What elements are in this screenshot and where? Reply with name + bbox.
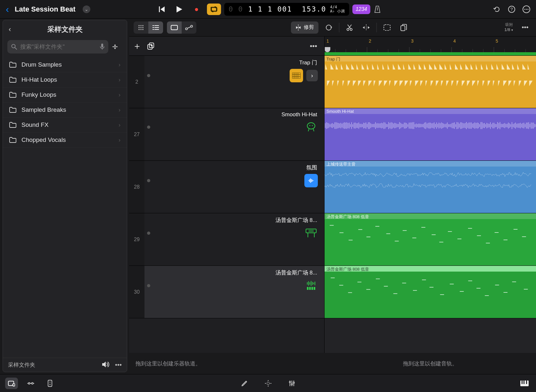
add-track-button[interactable]: ＋ [133, 40, 142, 52]
audio-icon [304, 174, 318, 187]
svg-rect-199 [362, 124, 363, 127]
count-in-button[interactable]: 1234 [352, 4, 370, 14]
snap-display[interactable]: 吸附 1/8 ▾ [504, 22, 513, 32]
play-button[interactable] [172, 4, 186, 15]
dropzone-audio[interactable]: 拖到这里以创建音轨。 [325, 360, 536, 367]
svg-rect-342 [533, 123, 534, 129]
mic-icon[interactable] [100, 44, 104, 50]
grid-view-button[interactable] [134, 21, 148, 34]
browser-folder-item[interactable]: Chopped Vocals› [3, 133, 127, 148]
project-dropdown-icon[interactable]: ⌄ [83, 5, 90, 13]
back-button[interactable]: ‹ [6, 4, 9, 15]
region[interactable]: 汤普金斯广场 808 低音 [325, 213, 536, 266]
region[interactable]: Smooth Hi-Hat [325, 108, 536, 161]
search-input[interactable] [20, 44, 97, 50]
track-enable-dot[interactable] [147, 179, 150, 182]
svg-rect-294 [476, 123, 476, 128]
collapse-columns-icon[interactable] [111, 43, 122, 50]
svg-rect-326 [514, 123, 515, 128]
ruler[interactable]: 12345678 [325, 37, 536, 56]
browser-toggle-button[interactable] [5, 378, 18, 389]
svg-marker-106 [419, 64, 422, 69]
preview-volume-icon[interactable] [102, 361, 109, 369]
svg-rect-192 [354, 123, 354, 128]
svg-marker-17 [102, 362, 106, 367]
track-enable-dot[interactable] [147, 74, 150, 77]
svg-point-21 [138, 27, 139, 28]
list-view-button[interactable] [148, 21, 163, 34]
track-header[interactable]: 27Smooth Hi-Hat [129, 108, 324, 161]
region[interactable]: 上城传送带主音 [325, 161, 536, 213]
track-expand-button[interactable]: › [306, 70, 318, 81]
svg-rect-285 [465, 123, 466, 128]
move-tool-button[interactable] [360, 21, 373, 34]
record-button[interactable]: ● [189, 4, 203, 15]
track-header[interactable]: 2Trap 门› [129, 56, 324, 108]
mixer-toggle-button[interactable] [24, 378, 37, 389]
track-header[interactable]: 29汤普金斯广场 8... [129, 213, 324, 266]
cycle-button[interactable] [207, 4, 221, 15]
more-button[interactable] [523, 5, 530, 13]
metronome-button[interactable] [374, 5, 381, 13]
region[interactable]: Trap 门 [325, 56, 536, 108]
automation-view-button[interactable] [182, 21, 196, 34]
undo-button[interactable] [493, 5, 501, 13]
svg-point-10 [527, 9, 528, 10]
track-enable-dot[interactable] [147, 284, 150, 287]
region[interactable]: 汤普金斯广场 808 低音 [325, 266, 536, 318]
track-enable-dot[interactable] [147, 126, 150, 129]
track-header[interactable]: 30汤普金斯广场 8... [129, 266, 324, 318]
svg-marker-41 [330, 26, 332, 28]
svg-rect-290 [471, 122, 472, 129]
edit-more-button[interactable]: ••• [519, 21, 532, 34]
go-to-start-button[interactable] [155, 4, 169, 15]
help-button[interactable]: ? [508, 5, 515, 13]
plugin-toggle-button[interactable] [44, 378, 56, 389]
lcd-display[interactable]: 0 0 1 1 1 001 153.0 4/4A♭ 小调 [224, 3, 349, 16]
svg-marker-138 [379, 81, 382, 86]
track-header[interactable]: 28氛围 [129, 161, 324, 213]
svg-marker-92 [346, 64, 349, 69]
pencil-tool-button[interactable] [238, 378, 251, 389]
copy-tool-button[interactable] [397, 21, 410, 34]
browser-folder-item[interactable]: Hi-Hat Loops› [3, 72, 127, 87]
svg-marker-155 [467, 81, 470, 86]
svg-rect-236 [406, 123, 407, 128]
svg-rect-312 [497, 122, 498, 129]
region-view-button[interactable] [167, 21, 182, 34]
duplicate-track-button[interactable] [147, 43, 154, 50]
browser-folder-item[interactable]: Funky Loops› [3, 87, 127, 102]
browser-folder-item[interactable]: Sound FX› [3, 118, 127, 133]
svg-rect-241 [412, 122, 413, 129]
track-header-more-button[interactable]: ••• [310, 42, 317, 50]
svg-rect-273 [450, 124, 451, 127]
browser-more-icon[interactable]: ••• [115, 361, 122, 369]
marquee-tool-button[interactable] [381, 21, 393, 34]
dropzone-instrument[interactable]: 拖到这里以创建乐器轨道。 [129, 360, 325, 367]
region-rows[interactable]: Trap 门Smooth Hi-Hat上城传送带主音汤普金斯广场 808 低音汤… [325, 56, 536, 353]
keyboard-button[interactable] [518, 378, 531, 389]
svg-point-408 [289, 381, 291, 383]
svg-rect-206 [370, 123, 371, 128]
split-tool-button[interactable] [343, 21, 356, 34]
function-trim-button[interactable]: 修剪 [291, 21, 318, 34]
arrangement-marker[interactable] [325, 52, 536, 55]
region-label: Smooth Hi-Hat [326, 109, 354, 114]
svg-rect-265 [441, 122, 442, 129]
svg-rect-366 [495, 232, 499, 233]
track-enable-dot[interactable] [147, 232, 150, 235]
brightness-button[interactable] [262, 378, 275, 389]
svg-rect-180 [339, 123, 340, 128]
search-input-wrapper[interactable] [7, 40, 108, 53]
browser-folder-item[interactable]: Drum Samples› [3, 57, 127, 72]
svg-rect-319 [506, 124, 506, 127]
mixer-sliders-button[interactable] [285, 378, 298, 389]
loop-tool-button[interactable] [322, 21, 335, 34]
browser-back-button[interactable]: ‹ [9, 25, 11, 34]
browser-folder-item[interactable]: Sampled Breaks› [3, 102, 127, 118]
svg-rect-184 [344, 122, 345, 129]
svg-rect-264 [440, 123, 441, 128]
svg-rect-321 [508, 123, 509, 129]
svg-line-62 [308, 128, 309, 131]
svg-rect-338 [528, 122, 529, 129]
